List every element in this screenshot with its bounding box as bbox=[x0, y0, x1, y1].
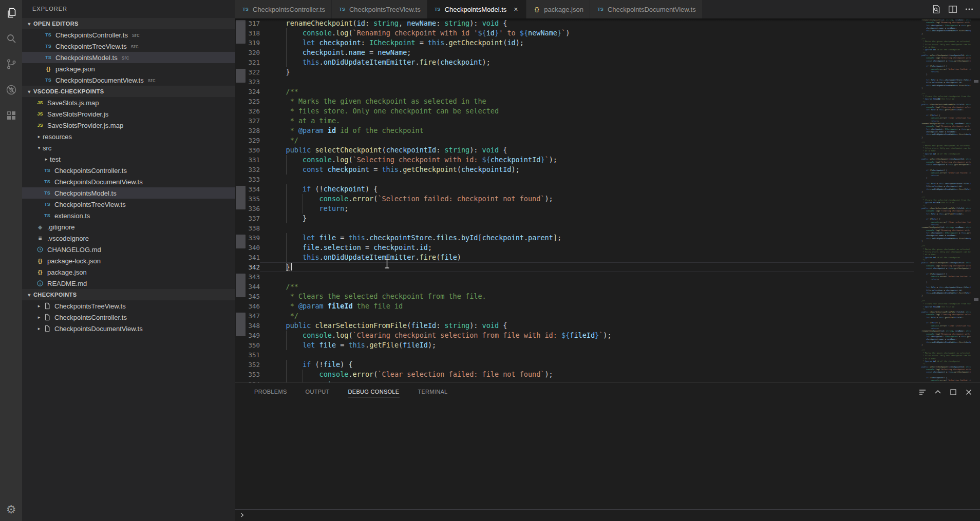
code-line[interactable]: 338 bbox=[235, 223, 914, 233]
gear-icon[interactable]: ⚙ bbox=[0, 498, 22, 521]
code-line[interactable]: 322 } bbox=[235, 67, 914, 77]
tab-CheckpointsTreeView.ts[interactable]: TSCheckpointsTreeView.ts bbox=[332, 0, 427, 18]
files-icon[interactable] bbox=[0, 0, 22, 26]
code-line[interactable]: 331 console.log(`Selecting checkpoint wi… bbox=[235, 155, 914, 165]
open-preview-icon[interactable] bbox=[932, 5, 941, 14]
code-line[interactable]: 317 renameCheckpoint(id: string, newName… bbox=[235, 18, 914, 28]
code-line[interactable]: 330 public selectCheckpoint(checkpointId… bbox=[235, 145, 914, 155]
open-editor-item[interactable]: TSCheckpointsTreeView.tssrc bbox=[22, 41, 235, 52]
checkpoint-item[interactable]: ▸CheckpointsDocumentView.ts bbox=[22, 323, 235, 334]
panel-tab-output[interactable]: OUTPUT bbox=[305, 387, 330, 397]
tree-item[interactable]: TSCheckpointsModel.ts bbox=[22, 187, 235, 199]
tree-item[interactable]: JSSaveSlotsProvider.js bbox=[22, 108, 235, 120]
json-file-icon: {} bbox=[35, 269, 45, 275]
debug-repl-input[interactable] bbox=[235, 509, 980, 521]
checkpoint-item[interactable]: ▸CheckpointsTreeView.ts bbox=[22, 300, 235, 312]
debug-icon[interactable] bbox=[0, 77, 22, 103]
code-line[interactable]: 340 file.selection = checkpoint.id; bbox=[235, 243, 914, 253]
tree-item[interactable]: {}package-lock.json bbox=[22, 255, 235, 266]
code-line[interactable]: 318 console.log(`Renaming checkpoint wit… bbox=[235, 28, 914, 38]
tree-item[interactable]: CHANGELOG.md bbox=[22, 244, 235, 255]
panel-tab-terminal[interactable]: TERMINAL bbox=[417, 387, 448, 397]
panel-tab-debug-console[interactable]: DEBUG CONSOLE bbox=[348, 387, 400, 397]
debug-console-output[interactable] bbox=[235, 401, 980, 509]
code-content[interactable]: 317 renameCheckpoint(id: string, newName… bbox=[235, 18, 914, 382]
code-line[interactable]: 336 return; bbox=[235, 204, 914, 214]
code-line[interactable]: 344 /** bbox=[235, 282, 914, 292]
maximize-panel-icon[interactable] bbox=[934, 388, 942, 396]
tree-item[interactable]: JSSaveSlotsProvider.js.map bbox=[22, 120, 235, 131]
code-line[interactable]: 320 checkpoint.name = newName; bbox=[235, 48, 914, 57]
tree-item[interactable]: README.md bbox=[22, 278, 235, 289]
close-icon[interactable]: × bbox=[512, 5, 520, 13]
section-folder-root[interactable]: ▾ VSCODE-CHECKPOINTS bbox=[22, 86, 235, 97]
code-line[interactable]: 334 if (!checkpoint) { bbox=[235, 184, 914, 194]
tree-item[interactable]: TSCheckpointsTreeView.ts bbox=[22, 199, 235, 210]
more-actions-icon[interactable] bbox=[965, 5, 974, 14]
code-line[interactable]: 335 console.error(`Selection failed: che… bbox=[235, 194, 914, 204]
open-editor-item[interactable]: {}package.json bbox=[22, 63, 235, 74]
tree-item[interactable]: TSCheckpointsController.ts bbox=[22, 165, 235, 176]
open-editor-item[interactable]: TSCheckpointsController.tssrc bbox=[22, 29, 235, 41]
tab-CheckpointsModel.ts[interactable]: TSCheckpointsModel.ts× bbox=[427, 0, 527, 18]
code-line[interactable]: 333 bbox=[235, 175, 914, 184]
code-line[interactable]: 329 */ bbox=[235, 136, 914, 145]
tree-item[interactable]: TSextension.ts bbox=[22, 210, 235, 221]
code-editor[interactable]: 317 renameCheckpoint(id: string, newName… bbox=[235, 18, 980, 382]
code-line[interactable]: 319 let checkpoint: ICheckpoint = this.g… bbox=[235, 38, 914, 48]
search-icon[interactable] bbox=[0, 26, 22, 51]
section-open-editors[interactable]: ▾ OPEN EDITORS bbox=[22, 18, 235, 29]
code-line[interactable]: 350 let file = this.getFile(fileId); bbox=[235, 340, 914, 350]
overview-ruler[interactable] bbox=[971, 18, 980, 382]
code-line[interactable]: 323 bbox=[235, 77, 914, 87]
section-checkpoints[interactable]: ▾ CHECKPOINTS bbox=[22, 289, 235, 300]
tab-CheckpointsController.ts[interactable]: TSCheckpointsController.ts bbox=[235, 0, 332, 18]
code-line[interactable]: 343 bbox=[235, 272, 914, 282]
tree-item[interactable]: ▾src bbox=[22, 142, 235, 153]
code-line[interactable]: 326 * files store. Only one checkpoint c… bbox=[235, 106, 914, 116]
tree-item[interactable]: ≡.vscodeignore bbox=[22, 233, 235, 244]
code-line[interactable]: 327 * at a time. bbox=[235, 116, 914, 126]
ignore-file-icon: ≡ bbox=[35, 235, 45, 242]
tree-item[interactable]: ◆.gitignore bbox=[22, 221, 235, 233]
tree-item[interactable]: ▸resources bbox=[22, 131, 235, 142]
code-line[interactable]: 347 */ bbox=[235, 311, 914, 321]
restore-panel-icon[interactable] bbox=[949, 388, 957, 396]
tab-package.json[interactable]: {}package.json bbox=[526, 0, 590, 18]
clear-console-icon[interactable] bbox=[918, 388, 927, 396]
code-line[interactable]: 342 } bbox=[235, 262, 914, 272]
code-line[interactable]: 325 * Marks the given checkpoint as sele… bbox=[235, 97, 914, 106]
tree-item[interactable]: ▸test bbox=[22, 153, 235, 165]
file-tree: JSSaveSlots.js.mapJSSaveSlotsProvider.js… bbox=[22, 97, 235, 289]
chevron-down-icon: ▾ bbox=[25, 292, 33, 298]
open-editor-item[interactable]: TSCheckpointsModel.tssrc bbox=[22, 52, 235, 63]
split-editor-icon[interactable] bbox=[948, 5, 957, 14]
code-line[interactable]: 353 console.error(`Clear selection faile… bbox=[235, 370, 914, 379]
code-line[interactable]: 346 * @param fileId the file id bbox=[235, 301, 914, 311]
code-line[interactable]: 337 } bbox=[235, 214, 914, 223]
checkpoint-item[interactable]: ▸CheckpointsController.ts bbox=[22, 312, 235, 323]
code-line[interactable]: 321 this.onDidUpdateItemEmitter.fire(che… bbox=[235, 57, 914, 67]
close-panel-icon[interactable] bbox=[965, 388, 973, 396]
code-line[interactable]: 349 console.log(`Clearing checkpoint sel… bbox=[235, 331, 914, 340]
minimap[interactable]: renameCheckpoint(id: string, newName: st… bbox=[914, 18, 971, 382]
code-line[interactable]: 341 this.onDidUpdateItemEmitter.fire(fil… bbox=[235, 253, 914, 262]
tab-CheckpointsDocumentView.ts[interactable]: TSCheckpointsDocumentView.ts bbox=[590, 0, 703, 18]
panel-tab-problems[interactable]: PROBLEMS bbox=[254, 387, 288, 397]
code-line[interactable]: 348 public clearSelectionFromFile(fileId… bbox=[235, 321, 914, 331]
tree-item[interactable]: TSCheckpointsDocumentView.ts bbox=[22, 176, 235, 187]
tree-item[interactable]: {}package.json bbox=[22, 266, 235, 278]
code-line[interactable]: 345 * Clears the selected checkpoint fro… bbox=[235, 292, 914, 301]
code-line[interactable]: 352 if (!file) { bbox=[235, 360, 914, 370]
open-editor-item[interactable]: TSCheckpointsDocumentView.tssrc bbox=[22, 74, 235, 86]
typescript-file-icon: TS bbox=[44, 78, 53, 83]
code-line[interactable]: 328 * @param id id of the checkpoint bbox=[235, 126, 914, 136]
code-line[interactable]: 351 bbox=[235, 350, 914, 360]
tree-item[interactable]: JSSaveSlots.js.map bbox=[22, 97, 235, 108]
typescript-file-icon: TS bbox=[241, 7, 250, 12]
code-line[interactable]: 332 const checkpoint = this.getCheckpoin… bbox=[235, 165, 914, 175]
extensions-icon[interactable] bbox=[0, 103, 22, 128]
code-line[interactable]: 324 /** bbox=[235, 87, 914, 97]
source-control-icon[interactable] bbox=[0, 51, 22, 77]
code-line[interactable]: 339 let file = this.checkpointStore.file… bbox=[235, 233, 914, 243]
